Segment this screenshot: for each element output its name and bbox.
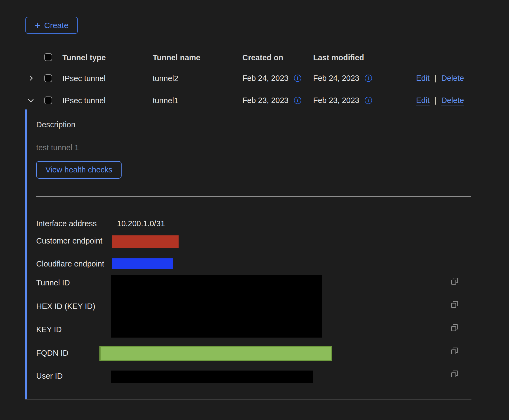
tunnel-name-cell: tunnel2 [153, 74, 178, 83]
copy-icon [451, 301, 459, 309]
action-separator: | [434, 74, 437, 83]
info-icon[interactable]: i [365, 75, 372, 82]
row-divider [25, 89, 471, 89]
user-id-redacted-value [111, 371, 313, 383]
copy-icon [451, 277, 459, 285]
collapse-row-button[interactable] [26, 96, 35, 105]
tunnel-type-cell: IPsec tunnel [62, 74, 106, 83]
last-modified-cell: Feb 24, 2023 [313, 74, 359, 83]
copy-user-id-button[interactable] [450, 370, 459, 378]
select-all-checkbox[interactable] [44, 53, 52, 61]
copy-tunnel-id-button[interactable] [450, 277, 459, 286]
customer-endpoint-redacted-value [112, 235, 179, 248]
panel-bottom-divider [25, 399, 471, 400]
interface-address-value: 10.200.1.0/31 [117, 219, 165, 228]
expand-row-button[interactable] [27, 74, 35, 82]
description-label: Description [36, 120, 75, 129]
key-id-label: KEY ID [36, 325, 62, 334]
last-modified-cell: Feb 23, 2023 [313, 96, 359, 105]
header-divider [25, 66, 471, 66]
cloudflare-endpoint-label: Cloudflare endpoint [36, 259, 104, 268]
column-header-tunnel-type: Tunnel type [62, 53, 106, 62]
tunnel-type-cell: IPsec tunnel [62, 96, 106, 105]
edit-link[interactable]: Edit [416, 74, 430, 83]
hex-id-label: HEX ID (KEY ID) [36, 302, 95, 311]
column-header-created-on: Created on [242, 53, 283, 62]
row-checkbox[interactable] [44, 74, 52, 82]
tunnel-name-cell: tunnel1 [153, 96, 178, 105]
chevron-right-icon [27, 74, 35, 82]
panel-divider [36, 196, 471, 197]
tunnel-id-label: Tunnel ID [36, 278, 70, 287]
created-on-cell: Feb 24, 2023 [242, 74, 289, 83]
description-value: test tunnel 1 [36, 143, 79, 152]
chevron-down-icon [27, 96, 35, 105]
fqdn-id-redacted-value [99, 346, 332, 361]
create-button-label: Create [44, 21, 68, 30]
row-checkbox[interactable] [44, 96, 52, 104]
fqdn-id-label: FQDN ID [36, 348, 68, 358]
info-icon[interactable]: i [365, 97, 372, 104]
info-icon[interactable]: i [294, 97, 301, 104]
view-health-checks-button[interactable]: View health checks [36, 161, 122, 179]
edit-link[interactable]: Edit [416, 96, 430, 105]
tunnels-page: + Create Tunnel type Tunnel name Created… [0, 0, 509, 420]
column-header-tunnel-name: Tunnel name [153, 53, 200, 62]
action-separator: | [434, 96, 437, 105]
tunnel-hex-key-id-redacted-value [111, 275, 322, 338]
copy-icon [451, 347, 459, 355]
copy-icon [451, 370, 459, 378]
column-header-last-modified: Last modified [313, 53, 364, 62]
delete-link[interactable]: Delete [441, 74, 464, 83]
delete-link[interactable]: Delete [441, 96, 464, 105]
expanded-row-accent-bar [25, 109, 27, 399]
copy-hex-id-button[interactable] [450, 300, 459, 309]
created-on-cell: Feb 23, 2023 [242, 96, 289, 105]
customer-endpoint-label: Customer endpoint [36, 236, 102, 245]
copy-fqdn-id-button[interactable] [450, 347, 459, 355]
copy-icon [451, 324, 459, 332]
info-icon[interactable]: i [294, 75, 301, 82]
cloudflare-endpoint-redacted-value [112, 258, 173, 269]
plus-icon: + [35, 21, 40, 30]
copy-key-id-button[interactable] [450, 324, 459, 332]
create-button[interactable]: + Create [25, 17, 78, 34]
interface-address-label: Interface address [36, 219, 97, 228]
user-id-label: User ID [36, 371, 63, 381]
